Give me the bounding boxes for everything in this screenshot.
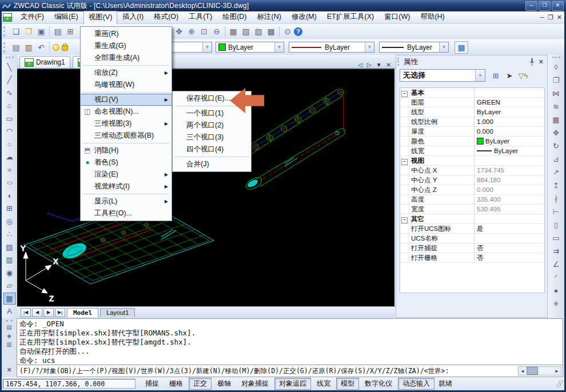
polygon-icon[interactable]: ⌂ xyxy=(3,99,16,112)
close-icon[interactable]: ✕ xyxy=(539,58,544,66)
status-toggle-数字化仪[interactable]: 数字化仪 xyxy=(360,378,397,390)
break-at-point-icon[interactable]: ▭ xyxy=(550,232,563,245)
property-group-header[interactable]: −视图 xyxy=(400,156,544,166)
chevron-down-icon[interactable]: ▼ xyxy=(365,42,374,52)
property-value[interactable]: 530.495 xyxy=(475,205,544,214)
property-value[interactable] xyxy=(475,234,544,243)
property-value[interactable]: 0.000 xyxy=(475,127,544,136)
view-menu-item-display[interactable]: 显示(L)▶ xyxy=(81,195,172,207)
view-menu-item-visual-styles[interactable]: 视觉样式(I)▶ xyxy=(81,181,172,193)
property-row[interactable]: 图层GREEN xyxy=(400,98,544,107)
property-row[interactable]: 线宽ByLayer xyxy=(400,146,544,156)
menubar-item[interactable]: 窗口(W) xyxy=(379,11,415,24)
property-value[interactable]: 1734.745 xyxy=(475,166,544,175)
property-value[interactable]: 0.000 xyxy=(475,185,544,194)
gradient-icon[interactable]: ▥ xyxy=(3,254,16,266)
status-toggle-极轴[interactable]: 极轴 xyxy=(213,378,236,390)
panel-grip[interactable] xyxy=(397,58,401,66)
property-value[interactable]: ByLayer xyxy=(475,146,544,155)
property-row[interactable]: 厚度0.000 xyxy=(400,127,544,137)
status-toggle-动态输入[interactable]: 动态输入 xyxy=(398,378,435,390)
cmdline-anchor-icon[interactable]: ◈ xyxy=(7,333,11,339)
view-menu-item-zoom[interactable]: 缩放(Z)▶ xyxy=(81,67,172,79)
property-row[interactable]: 打开捕捉否 xyxy=(400,243,544,253)
ellipse-arc-icon[interactable]: ◖ xyxy=(3,190,16,202)
view-menu-item-shade[interactable]: ●着色(S) xyxy=(81,157,172,169)
minimize-button[interactable]: ─ xyxy=(525,1,537,11)
arc-icon[interactable]: ◠ xyxy=(3,125,16,138)
scroll-thumb[interactable] xyxy=(527,367,538,375)
viewport-submenu-item-two-viewports[interactable]: 两个视口(2) xyxy=(173,119,251,131)
selection-combo[interactable]: 无选择 ▼ xyxy=(400,69,485,82)
view-menu-item-render[interactable]: 渲染(E)▶ xyxy=(81,169,172,181)
property-row[interactable]: 中心点 X1734.745 xyxy=(400,166,544,175)
scroll-right-icon[interactable]: ▶ xyxy=(553,369,561,374)
zoom-window-icon[interactable]: ⊡ xyxy=(198,26,210,37)
tablestyle-icon[interactable]: ▦ xyxy=(455,41,468,54)
help-icon[interactable]: ? xyxy=(294,27,302,36)
rectangle-icon[interactable]: ▭ xyxy=(3,113,16,125)
break-icon[interactable]: ▯ xyxy=(550,219,563,231)
mdi-minimize-button[interactable]: ─ xyxy=(540,14,544,21)
collapse-icon[interactable]: − xyxy=(401,91,408,97)
array-icon[interactable]: ▦ xyxy=(550,114,563,126)
properties-palette-icon[interactable]: ▦ xyxy=(227,26,240,37)
tab-model[interactable]: Model xyxy=(67,308,98,317)
explode-icon[interactable]: ✳ xyxy=(550,298,563,310)
mtext-icon[interactable]: A xyxy=(3,305,16,318)
viewport-submenu-item-four-viewports[interactable]: 四个视口(4) xyxy=(173,143,251,155)
chevron-down-icon[interactable]: ▼ xyxy=(202,42,212,52)
property-value[interactable]: ByLayer xyxy=(475,137,544,146)
command-text-area[interactable]: 命令: _OPEN正在用字型[simplex.shx]替代字型[ROMANS.s… xyxy=(17,318,563,377)
join-icon[interactable]: ⇉ xyxy=(550,245,563,258)
viewport-submenu-item-join-viewports[interactable]: 合并(J) xyxy=(173,158,251,170)
collapse-icon[interactable]: − xyxy=(401,159,408,165)
cmdline-hide-icon[interactable]: ▥ xyxy=(6,341,11,347)
document-tab-drawing1[interactable]: d Drawing1 xyxy=(19,56,70,68)
color-combo[interactable]: ByLayer ▼ xyxy=(216,42,284,53)
insert-block-icon[interactable]: ⊞ xyxy=(3,202,16,215)
chevron-down-icon[interactable]: ▼ xyxy=(274,42,284,52)
status-toggle-捕捉[interactable]: 捕捉 xyxy=(141,378,164,390)
offset-icon[interactable]: ≋ xyxy=(550,101,563,113)
3d-orbit-icon[interactable]: ● xyxy=(550,285,563,297)
chevron-down-icon[interactable]: ▼ xyxy=(439,42,448,52)
polyline-icon[interactable]: ∿ xyxy=(3,87,16,99)
pan-icon[interactable]: ✥ xyxy=(173,26,185,37)
copy-icon[interactable]: ❐ xyxy=(550,74,563,87)
hatch-icon[interactable]: ▨ xyxy=(3,241,16,254)
property-row[interactable]: 打开栅格否 xyxy=(400,253,544,263)
erase-icon[interactable]: ◊ xyxy=(550,61,563,74)
view-menu-item-toolbars[interactable]: 工具栏(O)... xyxy=(81,207,172,219)
toolbar-grip[interactable] xyxy=(3,26,8,37)
prompt-scrollbar[interactable]: ◀ ▶ xyxy=(518,366,561,375)
tab-scroll-left-button[interactable]: ◁ xyxy=(358,62,362,68)
status-toggle-对象捕捉[interactable]: 对象捕捉 xyxy=(237,378,273,390)
view-menu-item-regen-all[interactable]: 全部重生成(A) xyxy=(81,52,172,64)
make-block-icon[interactable]: ◎ xyxy=(3,215,16,228)
layer-previous-icon[interactable]: ↶ xyxy=(35,42,47,53)
trim-icon[interactable]: ∤ xyxy=(550,193,563,205)
tab-scroll-right-button[interactable]: ▷ xyxy=(367,62,372,68)
new-icon[interactable]: ❏ xyxy=(10,26,22,37)
viewport-submenu-item-three-viewports[interactable]: 三个视口(3) xyxy=(173,131,251,143)
property-value[interactable]: 335.400 xyxy=(475,195,544,204)
mdi-restore-button[interactable]: ❐ xyxy=(548,14,553,21)
menubar-item[interactable]: 文件(F) xyxy=(15,11,49,24)
spline-icon[interactable]: ≈ xyxy=(3,164,16,177)
property-row[interactable]: 中心点 Y884.180 xyxy=(400,175,544,185)
print-icon[interactable]: ▤ xyxy=(51,26,64,37)
scale-icon[interactable]: ⊿ xyxy=(550,153,563,166)
zoom-realtime-icon[interactable]: ⊕ xyxy=(185,26,198,37)
toolbar-grip[interactable] xyxy=(3,42,8,53)
quick-select-icon[interactable]: ⊞ xyxy=(489,69,503,82)
property-value[interactable]: 否 xyxy=(475,253,544,262)
move-icon[interactable]: ✥ xyxy=(550,127,563,139)
close-button[interactable]: ✕ xyxy=(552,1,564,11)
tab-list-button[interactable]: ▼ xyxy=(376,62,382,68)
menubar-item[interactable]: 修改(M) xyxy=(286,11,322,24)
resize-grip[interactable]: ╱╱ xyxy=(557,380,563,387)
save-icon[interactable]: ▣ xyxy=(35,26,47,37)
command-close-icon[interactable]: ✕ xyxy=(6,366,11,374)
status-toggle-栅格[interactable]: 栅格 xyxy=(165,378,188,390)
